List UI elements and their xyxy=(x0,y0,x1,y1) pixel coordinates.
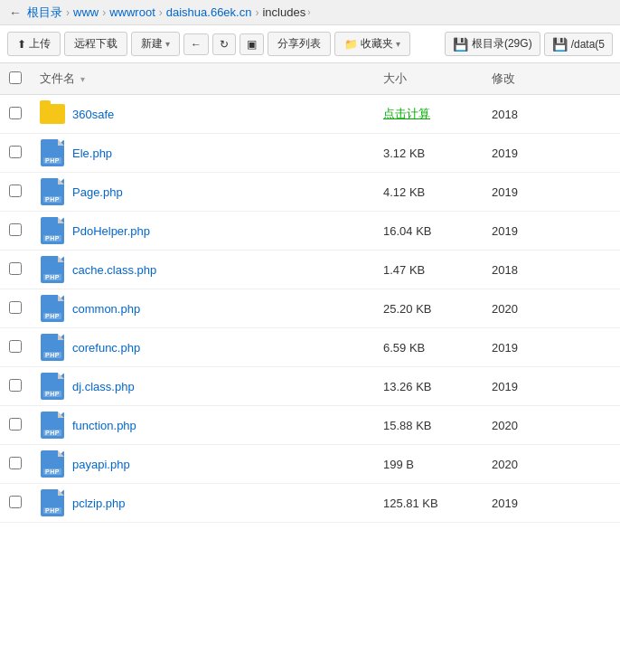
file-name-link[interactable]: pclzip.php xyxy=(72,497,126,510)
row-checkbox[interactable] xyxy=(9,262,22,275)
row-name-cell: PHPdj.class.php xyxy=(31,367,374,406)
table-row: PHPPdoHelper.php16.04 KB2019 xyxy=(0,212,620,251)
share-list-button[interactable]: 分享列表 xyxy=(268,32,331,56)
row-checkbox[interactable] xyxy=(9,107,22,119)
select-all-checkbox[interactable] xyxy=(9,71,22,84)
remote-download-button[interactable]: 远程下载 xyxy=(64,32,127,56)
favorites-icon: 📁 xyxy=(344,38,358,51)
breadcrumb-root[interactable]: 根目录 xyxy=(27,5,62,21)
header-name-col[interactable]: 文件名 ▾ xyxy=(31,63,374,95)
row-size-cell: 3.12 KB xyxy=(374,134,483,173)
row-checkbox[interactable] xyxy=(9,340,22,353)
table-row: PHPfunction.php15.88 KB2020 xyxy=(0,406,620,445)
table-row: 360safe点击计算2018 xyxy=(0,95,620,134)
row-size-cell: 125.81 KB xyxy=(374,484,483,523)
calculate-size-link[interactable]: 点击计算 xyxy=(383,107,430,120)
header-date-col: 修改 xyxy=(483,63,620,95)
row-checkbox[interactable] xyxy=(9,301,22,314)
favorites-chevron-icon: ▾ xyxy=(396,39,400,49)
table-row: PHPpclzip.php125.81 KB2019 xyxy=(0,484,620,523)
row-name-cell: PHPcorefunc.php xyxy=(31,328,374,367)
row-name-cell: PHPPage.php xyxy=(31,173,374,212)
file-name-link[interactable]: corefunc.php xyxy=(72,341,140,355)
php-file-icon: PHP xyxy=(41,256,64,283)
row-size-cell: 16.04 KB xyxy=(374,212,483,251)
php-file-icon: PHP xyxy=(41,489,64,516)
row-name-cell: 360safe xyxy=(31,95,374,134)
upload-button[interactable]: ⬆ 上传 xyxy=(7,32,61,56)
row-checkbox-cell xyxy=(0,367,31,406)
file-name-link[interactable]: 360safe xyxy=(72,108,114,121)
disk1-info[interactable]: 💾 根目录(29G) xyxy=(445,32,540,56)
row-checkbox[interactable] xyxy=(9,418,22,431)
new-button[interactable]: 新建 ▾ xyxy=(131,32,180,56)
breadcrumb-chevron: › xyxy=(307,7,310,17)
file-name-link[interactable]: common.php xyxy=(72,302,140,316)
file-name-link[interactable]: Ele.php xyxy=(72,147,112,160)
row-name-cell: PHPEle.php xyxy=(31,134,374,173)
table-row: PHPdj.class.php13.26 KB2019 xyxy=(0,367,620,406)
row-name-cell: PHPcache.class.php xyxy=(31,251,374,289)
row-date-cell: 2020 xyxy=(483,289,620,328)
refresh-button[interactable]: ↻ xyxy=(212,33,236,55)
breadcrumb-wwwroot[interactable]: wwwroot xyxy=(109,5,155,19)
disk2-info[interactable]: 💾 /data(5 xyxy=(544,33,613,56)
table-row: PHPPage.php4.12 KB2019 xyxy=(0,173,620,212)
row-checkbox-cell xyxy=(0,484,31,523)
breadcrumb: ← 根目录 › www › wwwroot › daishua.66ek.cn … xyxy=(0,0,620,25)
back-nav-button[interactable]: ← xyxy=(7,5,23,21)
file-name-link[interactable]: Page.php xyxy=(72,185,123,199)
row-checkbox-cell xyxy=(0,328,31,367)
breadcrumb-www[interactable]: www xyxy=(73,5,99,19)
file-name-link[interactable]: function.php xyxy=(72,419,136,432)
row-checkbox[interactable] xyxy=(9,379,22,392)
row-name-cell: PHPcommon.php xyxy=(31,289,374,328)
file-table: 文件名 ▾ 大小 修改 360safe点击计算2018PHPEle.php3.1… xyxy=(0,63,620,523)
table-row: PHPpayapi.php199 B2020 xyxy=(0,445,620,484)
php-file-icon: PHP xyxy=(41,217,64,244)
file-name-link[interactable]: payapi.php xyxy=(72,458,130,471)
name-sort-icon: ▾ xyxy=(80,74,85,84)
row-size-cell: 199 B xyxy=(374,445,483,484)
row-checkbox[interactable] xyxy=(9,496,22,508)
row-checkbox[interactable] xyxy=(9,185,22,197)
back-button[interactable]: ← xyxy=(183,33,209,55)
row-size-cell: 4.12 KB xyxy=(374,173,483,212)
table-row: PHPEle.php3.12 KB2019 xyxy=(0,134,620,173)
row-name-cell: PHPpayapi.php xyxy=(31,445,374,484)
row-name-cell: PHPPdoHelper.php xyxy=(31,212,374,251)
row-date-cell: 2019 xyxy=(483,484,620,523)
row-date-cell: 2019 xyxy=(483,328,620,367)
header-checkbox-col xyxy=(0,63,31,95)
row-checkbox-cell xyxy=(0,212,31,251)
view-toggle-button[interactable]: ▣ xyxy=(240,33,264,55)
row-size-cell: 1.47 KB xyxy=(374,251,483,289)
breadcrumb-sep-3: › xyxy=(159,6,163,19)
row-date-cell: 2018 xyxy=(483,95,620,134)
upload-icon: ⬆ xyxy=(17,38,26,51)
row-checkbox[interactable] xyxy=(9,146,22,158)
row-date-cell: 2020 xyxy=(483,445,620,484)
back-icon: ← xyxy=(191,38,202,51)
row-size-cell: 15.88 KB xyxy=(374,406,483,445)
table-row: PHPcache.class.php1.47 KB2018 xyxy=(0,251,620,289)
row-checkbox[interactable] xyxy=(9,457,22,469)
file-name-link[interactable]: dj.class.php xyxy=(72,380,135,393)
row-checkbox[interactable] xyxy=(9,223,22,236)
breadcrumb-includes: includes xyxy=(262,5,305,19)
breadcrumb-sep-1: › xyxy=(66,6,70,19)
row-checkbox-cell xyxy=(0,445,31,484)
favorites-button[interactable]: 📁 收藏夹 ▾ xyxy=(334,32,410,56)
disk1-icon: 💾 xyxy=(453,37,468,52)
folder-icon xyxy=(40,104,65,124)
table-row: PHPcorefunc.php6.59 KB2019 xyxy=(0,328,620,367)
file-name-link[interactable]: PdoHelper.php xyxy=(72,224,150,238)
php-file-icon: PHP xyxy=(41,178,64,205)
refresh-icon: ↻ xyxy=(220,38,229,51)
file-name-link[interactable]: cache.class.php xyxy=(72,263,156,277)
breadcrumb-sep-4: › xyxy=(255,6,258,19)
php-file-icon: PHP xyxy=(41,139,64,166)
row-date-cell: 2019 xyxy=(483,134,620,173)
row-checkbox-cell xyxy=(0,406,31,445)
breadcrumb-domain[interactable]: daishua.66ek.cn xyxy=(166,5,252,19)
